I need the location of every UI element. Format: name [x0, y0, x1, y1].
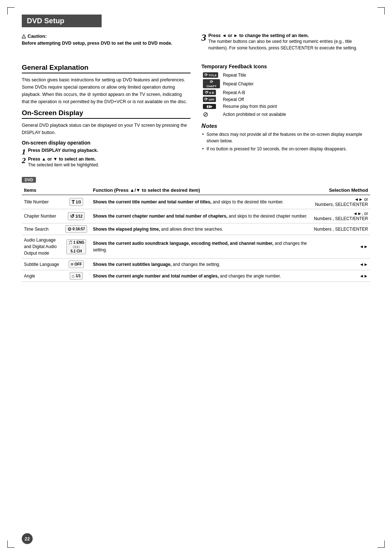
- selection-audio-language: ◄►: [312, 235, 370, 259]
- function-subtitle-language: Shows the current subtitles language, an…: [91, 259, 312, 270]
- feedback-row-6: ⊘ Action prohibited or not available: [201, 110, 370, 119]
- feedback-label-1: Repeat Title: [221, 72, 370, 78]
- temporary-feedback-heading: Temporary Feedback Icons: [201, 64, 370, 69]
- step-3-content: Press ◄ or ► to change the setting of an…: [208, 33, 370, 51]
- off-badge: ⟳ OFF: [203, 97, 216, 102]
- step-1-number: 1: [22, 148, 26, 156]
- feedback-row-4: ⟳ OFF Repeat Off: [201, 96, 370, 103]
- item-title-number: Title Number: [22, 195, 62, 209]
- step-2-text: The selected item will be highlighted.: [28, 162, 191, 168]
- icon-subtitle-language: ≡ OFF: [62, 259, 91, 270]
- feedback-icons-table: ⟳ TITLE Repeat Title ⟳ CHAPT Repeat Chap…: [201, 72, 370, 119]
- item-chapter-number: Chapter Number: [22, 209, 62, 223]
- function-audio-language: Shows the current audio soundtrack langu…: [91, 235, 312, 259]
- function-bold-time: Shows the elapsed playing time,: [93, 227, 160, 232]
- icon-angle: ⌂ 1/1: [62, 270, 91, 282]
- step-1-bold: Press DISPLAY during playback.: [28, 148, 191, 153]
- feedback-row-2: ⟳ CHAPT Repeat Chapter: [201, 78, 370, 89]
- on-screen-display-operation-heading: On-screen display operation: [22, 140, 191, 146]
- function-time-search: Shows the elapsed playing time, and allo…: [91, 223, 312, 235]
- resume-badge: ▮▮▶: [203, 104, 216, 109]
- selection-title-number: ◄► orNumbers, SELECT/ENTER: [312, 195, 370, 209]
- step-2-number: 2: [22, 157, 26, 165]
- corner-mark-tr: [377, 7, 385, 15]
- notes-heading: N otes: [201, 123, 370, 129]
- caution-label: Caution:: [28, 33, 47, 39]
- notes-list: Some discs may not provide all of the fe…: [201, 131, 370, 152]
- step-2-bold: Press ▲ or ▼ to select an item.: [28, 157, 191, 162]
- item-angle: Angle: [22, 270, 62, 282]
- selection-chapter-number: ◄►, orNumbers , SELECT/ENTER: [312, 209, 370, 223]
- feedback-row-1: ⟳ TITLE Repeat Title: [201, 72, 370, 78]
- icon-time-search: ⊙ 0:16:57: [62, 223, 91, 235]
- table-row: Subtitle Language ≡ OFF Shows the curren…: [22, 259, 370, 270]
- title-badge: ⟳ TITLE: [203, 72, 218, 78]
- note-item-1: Some discs may not provide all of the fe…: [201, 131, 370, 144]
- angle-icon: ⌂ 1/1: [70, 272, 83, 280]
- right-column-top: 3 Press ◄ or ► to change the setting of …: [201, 33, 370, 55]
- table-row: Chapter Number ↺ 1/12 Shows the current …: [22, 209, 370, 223]
- step-1: 1 Press DISPLAY during playback.: [22, 148, 191, 153]
- page-title: DVD Setup: [22, 15, 102, 27]
- right-main-column: Temporary Feedback Icons ⟳ TITLE Repeat …: [201, 60, 370, 172]
- dvd-table-header: Items Function (Press ▲/▼ to select the …: [22, 186, 370, 195]
- chapt-badge: ⟳ CHAPT: [203, 79, 220, 88]
- dvd-section: DVD Items Function (Press ▲/▼ to select …: [22, 177, 370, 282]
- function-bold-audio: Shows the current audio soundtrack langu…: [93, 241, 273, 246]
- feedback-icon-4: ⟳ OFF: [201, 96, 221, 103]
- function-bold-title: Shows the current title number and total…: [93, 199, 212, 204]
- table-row: Angle ⌂ 1/1 Shows the current angle numb…: [22, 270, 370, 282]
- item-time-search: Time Search: [22, 223, 62, 235]
- note-item-2: If no button is pressed for 10 seconds, …: [201, 146, 370, 152]
- step-1-content: Press DISPLAY during playback.: [28, 148, 191, 153]
- function-rest-title: and skips to the desired title number.: [213, 199, 283, 204]
- function-rest-chapter: and skips to the desired chapter number.: [229, 214, 307, 219]
- feedback-row-5: ▮▮▶ Resume play from this point: [201, 103, 370, 110]
- feedback-label-5: Resume play from this point: [221, 103, 370, 110]
- col-selection-header: Selection Method: [312, 186, 370, 195]
- on-screen-display-text: General DVD playback status can be displ…: [22, 122, 191, 136]
- left-main-column: General Explanation This section gives b…: [22, 60, 191, 172]
- caution-text: Before attempting DVD setup, press DVD t…: [22, 40, 191, 47]
- function-bold-angle: Shows the current angle number and total…: [93, 274, 219, 279]
- col-items-header: Items: [22, 186, 62, 195]
- icon-chapter-number: ↺ 1/12: [62, 209, 91, 223]
- caution-block: △ Caution: Before attempting DVD setup, …: [22, 33, 191, 47]
- feedback-label-4: Repeat Off: [221, 96, 370, 103]
- feedback-icon-6: ⊘: [201, 110, 221, 119]
- feedback-row-3: ⟳ A B Repeat A-B: [201, 89, 370, 96]
- function-rest-subtitle: and changes the setting.: [173, 262, 220, 267]
- prohibited-icon: ⊘: [203, 111, 208, 118]
- feedback-label-2: Repeat Chapter: [221, 78, 370, 89]
- selection-time-search: Numbers , SELECT/ENTER: [312, 223, 370, 235]
- main-section: General Explanation This section gives b…: [22, 60, 370, 172]
- step-3: 3 Press ◄ or ► to change the setting of …: [201, 33, 370, 51]
- step-3-bold: Press ◄ or ► to change the setting of an…: [208, 33, 370, 38]
- table-row: Time Search ⊙ 0:16:57 Shows the elapsed …: [22, 223, 370, 235]
- feedback-icon-3: ⟳ A B: [201, 89, 221, 96]
- step-2-content: Press ▲ or ▼ to select an item. The sele…: [28, 157, 191, 168]
- warning-icon: △: [22, 33, 26, 39]
- feedback-label-3: Repeat A-B: [221, 89, 370, 96]
- dvd-table: Items Function (Press ▲/▼ to select the …: [22, 186, 370, 282]
- page-number: 22: [22, 533, 33, 544]
- corner-mark-br: [377, 540, 385, 548]
- dvd-label: DVD: [22, 177, 36, 183]
- table-row: Title Number T 1/3 Shows the current tit…: [22, 195, 370, 209]
- on-screen-display-heading: On-Screen Display: [22, 109, 191, 119]
- step-3-number: 3: [201, 33, 206, 42]
- function-rest-angle: and changes the angle number.: [220, 274, 281, 279]
- feedback-icon-2: ⟳ CHAPT: [201, 78, 221, 89]
- notes-n: N: [201, 123, 206, 129]
- function-chapter-number: Shows the current chapter number and tot…: [91, 209, 312, 223]
- selection-subtitle-language: ◄►: [312, 259, 370, 270]
- corner-mark-bl: [7, 540, 15, 548]
- audio-language-icon: 🎵 1 ENG □□□ 5.1 CH: [66, 239, 86, 254]
- item-subtitle-language: Subtitle Language: [22, 259, 62, 270]
- function-bold-subtitle: Shows the current subtitles language,: [93, 262, 172, 267]
- table-row: Audio Languageand Digital AudioOutput mo…: [22, 235, 370, 259]
- general-explanation-heading: General Explanation: [22, 64, 191, 73]
- ab-badge: ⟳ A B: [203, 90, 216, 95]
- step-3-text: The number buttons can also be used for …: [208, 38, 370, 51]
- step-2: 2 Press ▲ or ▼ to select an item. The se…: [22, 157, 191, 168]
